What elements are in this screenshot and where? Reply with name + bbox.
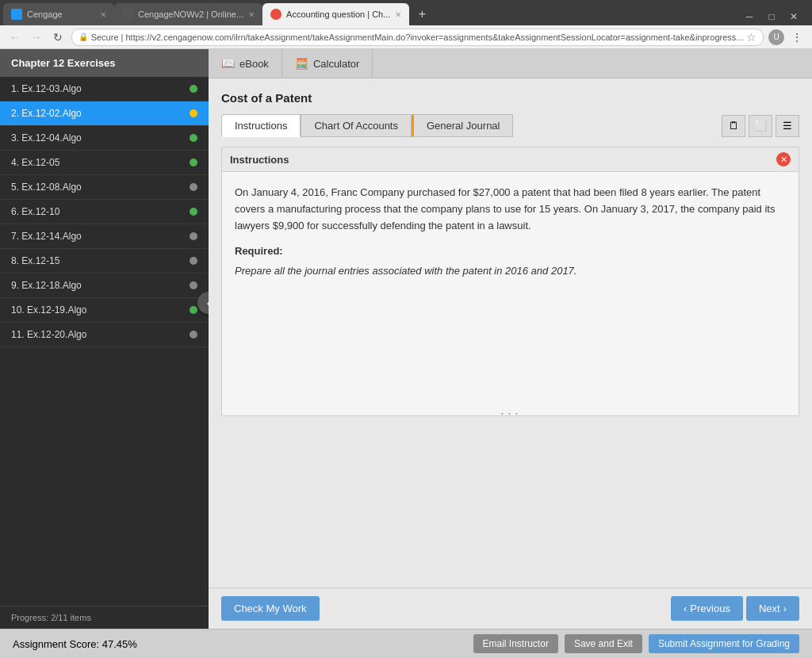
tab-acct-label: Accounting question | Ch... [286,10,390,19]
sidebar-item-dot-2 [190,109,197,117]
calculator-label: Calculator [313,58,360,70]
sidebar-item-5[interactable]: 5. Ex.12-08.Algo [0,175,209,200]
bottom-nav: Check My Work ‹ Previous Next › [209,587,812,629]
ebook-label: eBook [239,58,269,70]
sidebar-title: Chapter 12 Exercises [0,49,209,77]
sidebar-item-dot-8 [190,257,197,265]
progress-value: 2/11 items [51,613,91,622]
user-profile-icon[interactable]: U [768,29,783,45]
back-button[interactable]: ← [6,29,23,46]
progress-label: Progress: [11,613,48,622]
sidebar-item-label-3: 3. Ex.12-04.Algo [11,132,82,143]
resize-dots: • • • [501,410,519,417]
sidebar-item-2[interactable]: 2. Ex.12-02.Algo [0,101,209,126]
sidebar-item-10[interactable]: 10. Ex.12-19.Algo [0,298,209,323]
previous-label: Previous [690,603,730,614]
sidebar-item-dot-9 [190,281,197,289]
bookmark-star-icon[interactable]: ☆ [746,31,756,44]
sidebar-item-label-1: 1. Ex.12-03.Algo [11,83,82,94]
sidebar-item-3[interactable]: 3. Ex.12-04.Algo [0,126,209,151]
new-tab-button[interactable]: + [412,5,431,24]
sidebar-item-11[interactable]: 11. Ex.12-20.Algo [0,323,209,347]
close-window-button[interactable]: ✕ [785,8,802,25]
forward-button[interactable]: → [28,29,44,46]
sidebar-item-4[interactable]: 4. Ex.12-05 [0,151,209,175]
app-container: Chapter 12 Exercises 1. Ex.12-03.Algo2. … [0,49,812,658]
score-buttons: Email Instructor Save and Exit Submit As… [473,634,799,653]
next-arrow-icon: › [783,603,787,614]
menu-button[interactable]: ⋮ [789,29,806,46]
sidebar-item-dot-1 [190,85,197,93]
score-display: Assignment Score: 47.45% [13,638,137,650]
instructions-header: Instructions ✕ [222,147,799,172]
sidebar-item-dot-10 [190,306,197,314]
sidebar-item-dot-7 [190,232,197,240]
resize-handle[interactable]: • • • [495,411,527,415]
tab-icon-btn-2[interactable]: ⬜ [749,115,772,137]
tab-icon-btn-3[interactable]: ☰ [776,115,799,137]
sidebar-item-6[interactable]: 6. Ex.12-10 [0,200,209,224]
submit-assignment-button[interactable]: Submit Assignment for Grading [649,634,799,653]
required-section: Required: [235,243,786,260]
sidebar-item-dot-4 [190,159,197,166]
lock-icon: 🔒 [79,33,88,41]
tab-cnow[interactable]: CengageNOWv2 | Online... ✕ [114,3,262,25]
tab-cnow-label: CengageNOWv2 | Online... [138,10,243,19]
sidebar-item-7[interactable]: 7. Ex.12-14.Algo [0,224,209,249]
tabs-row: Instructions Chart Of Accounts General J… [221,114,799,137]
tab-chart-of-accounts[interactable]: Chart Of Accounts [301,114,412,137]
calculator-icon: 🧮 [295,57,308,70]
sidebar-items-list: 1. Ex.12-03.Algo2. Ex.12-02.Algo3. Ex.12… [0,77,209,347]
prev-arrow-icon: ‹ [684,603,687,614]
required-label: Required: [235,245,283,257]
cengage-favicon [11,9,22,20]
score-label: Assignment Score: [13,638,99,650]
sidebar-item-8[interactable]: 8. Ex.12-15 [0,249,209,274]
tab-acct-close[interactable]: ✕ [395,10,401,19]
ebook-button[interactable]: 📖 eBook [209,49,282,78]
next-button[interactable]: Next › [746,596,799,621]
sidebar: Chapter 12 Exercises 1. Ex.12-03.Algo2. … [0,49,209,629]
save-and-exit-button[interactable]: Save and Exit [565,634,642,653]
sidebar-item-label-10: 10. Ex.12-19.Algo [11,304,86,316]
sidebar-item-label-4: 4. Ex.12-05 [11,157,59,168]
sidebar-item-label-8: 8. Ex.12-15 [11,255,59,266]
tab-cengage-label: Cengage [27,10,63,19]
sidebar-item-1[interactable]: 1. Ex.12-03.Algo [0,77,209,101]
instructions-paragraph: On January 4, 2016, Franc Company purcha… [235,185,786,234]
sidebar-item-9[interactable]: 9. Ex.12-18.Algo [0,274,209,298]
minimize-button[interactable]: ─ [741,8,758,25]
tab-cengage-close[interactable]: ✕ [100,10,106,19]
sidebar-item-label-9: 9. Ex.12-18.Algo [11,280,82,291]
tab-cengage[interactable]: Cengage ✕ [3,3,114,25]
sidebar-item-label-5: 5. Ex.12-08.Algo [11,182,82,193]
reload-button[interactable]: ↻ [49,29,66,46]
tab-bar: Cengage ✕ CengageNOWv2 | Online... ✕ Acc… [0,0,812,25]
tab-cnow-close[interactable]: ✕ [248,10,255,19]
instructions-close-button[interactable]: ✕ [776,152,791,166]
sidebar-item-label-2: 2. Ex.12-02.Algo [11,108,82,119]
address-text: Secure | https://v2.cengagenow.com/ilrn/… [91,33,744,42]
calculator-button[interactable]: 🧮 Calculator [282,49,373,78]
score-bar: Assignment Score: 47.45% Email Instructo… [0,629,812,658]
browser-nav: ← → ↻ 🔒 Secure | https://v2.cengagenow.c… [0,25,812,49]
check-my-work-button[interactable]: Check My Work [221,596,320,621]
tab-instructions[interactable]: Instructions [221,114,301,137]
previous-button[interactable]: ‹ Previous [671,596,743,621]
instructions-panel-title: Instructions [230,154,289,166]
tab-journal-label: General Journal [427,120,500,132]
tab-right-icons: 🗒 ⬜ ☰ [722,115,799,137]
address-bar[interactable]: 🔒 Secure | https://v2.cengagenow.com/ilr… [71,29,764,46]
restore-button[interactable]: □ [763,8,780,25]
sidebar-item-label-7: 7. Ex.12-14.Algo [11,231,82,242]
tab-icon-btn-1[interactable]: 🗒 [722,115,745,137]
ebook-icon: 📖 [221,57,235,70]
tab-instructions-label: Instructions [235,120,287,132]
sidebar-item-label-11: 11. Ex.12-20.Algo [11,329,86,340]
tab-acct[interactable]: Accounting question | Ch... ✕ [262,3,409,25]
tab-general-journal[interactable]: General Journal [412,114,514,137]
email-instructor-button[interactable]: Email Instructor [473,634,558,653]
sidebar-item-dot-5 [190,183,197,191]
instructions-panel: Instructions ✕ On January 4, 2016, Franc… [221,147,799,416]
content-scroll: Cost of a Patent Instructions Chart Of A… [209,78,812,587]
